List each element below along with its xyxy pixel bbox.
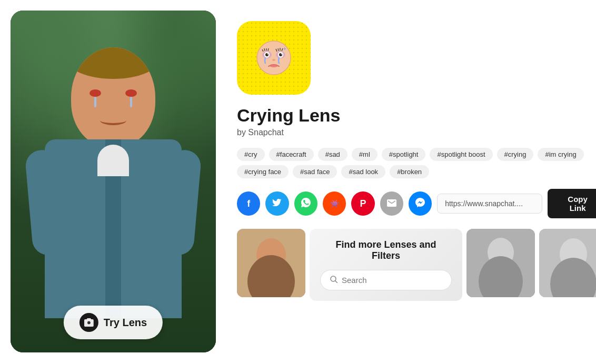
person-body xyxy=(45,139,182,318)
mouth xyxy=(100,116,126,125)
social-share-row: f 👾 P xyxy=(237,189,596,218)
twitter-icon xyxy=(272,198,282,209)
tag-sad-look[interactable]: #sad look xyxy=(341,165,385,178)
svg-point-9 xyxy=(281,54,282,55)
person-figure xyxy=(39,47,187,321)
pinterest-icon: P xyxy=(360,198,366,209)
person-head xyxy=(71,47,155,147)
eye-left xyxy=(90,89,101,97)
messenger-icon xyxy=(415,198,425,210)
tag-spotlight-boost[interactable]: #spotlight boost xyxy=(430,148,492,161)
tear-left xyxy=(94,97,96,107)
try-lens-button[interactable]: Try Lens xyxy=(64,306,163,339)
preview-thumb-4[interactable] xyxy=(539,229,596,297)
find-more-title: Find more Lenses and Filters xyxy=(320,239,452,261)
tag-cry[interactable]: #cry xyxy=(237,148,265,161)
arm-left xyxy=(24,149,65,256)
previews-row: Find more Lenses and Filters xyxy=(237,229,596,301)
eye-right xyxy=(125,89,137,97)
facebook-share-button[interactable]: f xyxy=(237,191,260,216)
svg-point-12 xyxy=(270,64,278,67)
whatsapp-icon xyxy=(301,198,311,210)
jacket xyxy=(45,139,182,318)
twitter-share-button[interactable] xyxy=(265,191,289,216)
link-input[interactable] xyxy=(437,194,542,214)
copy-link-button[interactable]: Copy Link xyxy=(548,189,596,218)
email-share-button[interactable] xyxy=(380,191,403,216)
tag-crying[interactable]: #crying xyxy=(497,148,534,161)
camera-background xyxy=(11,11,216,352)
search-box[interactable] xyxy=(320,270,452,290)
email-icon xyxy=(387,198,396,209)
tear-right xyxy=(130,97,132,107)
tag-broken[interactable]: #broken xyxy=(390,165,429,178)
try-lens-label: Try Lens xyxy=(104,317,147,329)
arm-right xyxy=(161,149,202,256)
lens-title: Crying Lens xyxy=(237,105,596,126)
right-panel: ✦ Crying Lens by Snapchat #cry xyxy=(237,11,596,311)
pinterest-share-button[interactable]: P xyxy=(351,191,374,216)
tag-crying-face[interactable]: #crying face xyxy=(237,165,289,178)
tag-im-crying[interactable]: #im crying xyxy=(538,148,583,161)
svg-point-6 xyxy=(267,54,269,55)
tag-sad[interactable]: #sad xyxy=(318,148,347,161)
tag-sad-face[interactable]: #sad face xyxy=(293,165,337,178)
svg-point-0 xyxy=(87,321,91,325)
camera-icon xyxy=(80,313,98,332)
reddit-icon: 👾 xyxy=(330,199,339,208)
hoodie-inner xyxy=(97,145,129,176)
tag-ml[interactable]: #ml xyxy=(352,148,378,161)
reddit-share-button[interactable]: 👾 xyxy=(323,191,346,216)
camera-preview-panel: Try Lens xyxy=(11,11,216,352)
svg-point-11 xyxy=(272,59,275,61)
svg-text:✦: ✦ xyxy=(283,46,287,52)
preview-thumb-1[interactable] xyxy=(237,229,305,297)
lens-icon: ✦ xyxy=(237,21,311,95)
lens-info: Crying Lens by Snapchat xyxy=(237,105,596,137)
tags-row: #cry #facecraft #sad #ml #spotlight #spo… xyxy=(237,148,596,178)
facebook-icon: f xyxy=(247,198,250,209)
svg-line-25 xyxy=(335,281,337,283)
tag-facecraft[interactable]: #facecraft xyxy=(269,148,314,161)
search-input[interactable] xyxy=(342,276,442,285)
find-more-panel: Find more Lenses and Filters xyxy=(310,229,462,301)
preview-thumb-3[interactable] xyxy=(466,229,535,297)
whatsapp-share-button[interactable] xyxy=(294,191,317,216)
search-icon xyxy=(330,276,337,285)
tag-spotlight[interactable]: #spotlight xyxy=(382,148,426,161)
lens-face-svg: ✦ xyxy=(253,37,295,79)
lens-author: by Snapchat xyxy=(237,128,596,137)
messenger-share-button[interactable] xyxy=(409,191,432,216)
